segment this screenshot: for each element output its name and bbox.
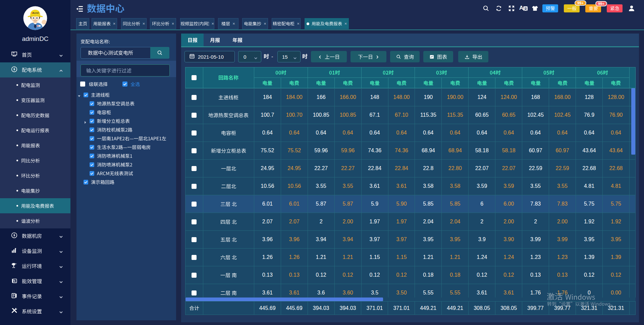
svg-text:Acrel: Acrel (33, 11, 39, 14)
